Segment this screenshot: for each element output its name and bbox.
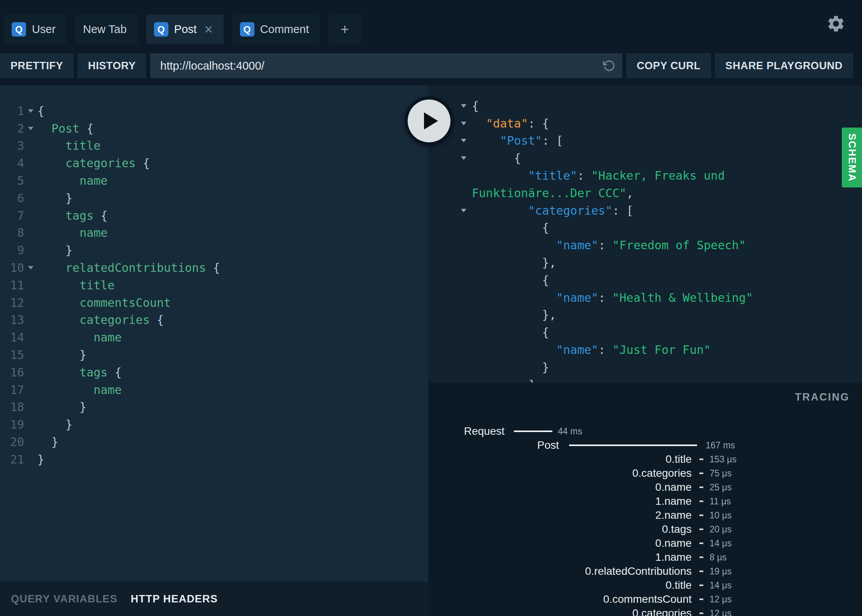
query-icon: Q	[240, 22, 254, 37]
query-code: }	[37, 348, 86, 362]
query-line[interactable]: 17 name	[0, 381, 428, 399]
fold-column[interactable]	[428, 209, 472, 212]
tab-new-tab[interactable]: New Tab	[75, 15, 137, 44]
trace-duration: 12 μs	[710, 594, 732, 605]
query-line[interactable]: 3 title	[0, 137, 428, 155]
response-line: {	[428, 149, 862, 167]
query-line[interactable]: 9 }	[0, 242, 428, 259]
fold-down-icon[interactable]	[461, 104, 466, 108]
query-line[interactable]: 10 relatedContributions {	[0, 259, 428, 276]
line-number: 10	[0, 261, 24, 275]
query-icon: Q	[12, 22, 26, 37]
query-line[interactable]: 16 tags {	[0, 364, 428, 381]
trace-field-row: 0.name25 μs	[428, 480, 862, 494]
line-number: 11	[0, 278, 24, 292]
query-line[interactable]: 1{	[0, 102, 428, 120]
fold-down-icon[interactable]	[461, 122, 466, 125]
query-editor-pane[interactable]: 1{2 Post {3 title4 categories {5 name6 }…	[0, 86, 428, 582]
response-code: "Post": [	[472, 134, 563, 147]
fold-column[interactable]	[24, 127, 37, 130]
endpoint-input[interactable]	[150, 53, 622, 78]
execute-button[interactable]	[405, 96, 454, 145]
response-line: {	[428, 324, 862, 341]
query-line[interactable]: 14 name	[0, 329, 428, 346]
response-code: {	[472, 151, 521, 165]
response-code: "title": "Hacker, Freaks und	[472, 169, 725, 182]
tracing-panel: TRACING Request44 msPost167 ms0.title153…	[428, 383, 862, 616]
new-tab-button[interactable]: +	[328, 15, 361, 44]
response-code: "name": "Freedom of Speech"	[472, 238, 746, 252]
trace-duration: 11 μs	[710, 496, 731, 507]
close-tab-icon[interactable]: ×	[205, 23, 213, 37]
response-viewer: { "data": { "Post": [ { "title": "Hacker…	[428, 86, 862, 383]
tab-user[interactable]: QUser	[4, 15, 67, 44]
query-line[interactable]: 5 name	[0, 172, 428, 189]
query-line[interactable]: 13 categories {	[0, 312, 428, 329]
http-headers-tab[interactable]: HTTP HEADERS	[131, 593, 218, 605]
share-playground-button[interactable]: SHARE PLAYGROUND	[715, 53, 853, 78]
query-line[interactable]: 6 }	[0, 189, 428, 207]
query-line[interactable]: 8 name	[0, 224, 428, 242]
response-code: {	[472, 273, 549, 287]
fold-down-icon[interactable]	[28, 127, 33, 130]
fold-down-icon[interactable]	[461, 139, 466, 142]
trace-field-row: 0.categories75 μs	[428, 466, 862, 480]
query-code: tags {	[37, 209, 108, 222]
endpoint-bar	[150, 53, 622, 78]
line-number: 17	[0, 383, 24, 397]
response-line: {	[428, 219, 862, 237]
trace-field-path: 0.title	[428, 579, 692, 592]
fold-column[interactable]	[428, 156, 472, 160]
fold-column[interactable]	[24, 266, 37, 270]
trace-label: Post	[428, 439, 559, 452]
query-code: }	[37, 243, 72, 257]
query-variables-tab[interactable]: QUERY VARIABLES	[11, 593, 117, 605]
history-button[interactable]: HISTORY	[77, 53, 146, 78]
trace-duration: 14 μs	[710, 538, 732, 549]
response-line: "categories": [	[428, 202, 862, 219]
schema-tab[interactable]: SCHEMA	[842, 128, 862, 187]
prettify-button[interactable]: PRETTIFY	[0, 53, 74, 78]
trace-field-path: 0.categories	[428, 467, 692, 480]
query-line[interactable]: 21}	[0, 451, 428, 468]
trace-field-row: 1.name8 μs	[428, 550, 862, 564]
copy-curl-button[interactable]: COPY CURL	[626, 53, 711, 78]
fold-column[interactable]	[24, 109, 37, 113]
trace-bar	[514, 430, 552, 432]
response-code: }	[472, 360, 549, 374]
fold-down-icon[interactable]	[28, 109, 33, 113]
line-number: 21	[0, 453, 24, 466]
query-code: name	[37, 226, 108, 240]
trace-field-path: 1.name	[428, 495, 692, 508]
tab-post[interactable]: QPost×	[146, 15, 224, 44]
trace-label: Request	[428, 425, 505, 438]
line-number: 5	[0, 174, 24, 187]
settings-button[interactable]	[826, 14, 846, 33]
reload-icon[interactable]	[603, 60, 615, 72]
query-line[interactable]: 19 }	[0, 416, 428, 433]
line-number: 20	[0, 435, 24, 449]
query-line[interactable]: 18 }	[0, 399, 428, 416]
query-line[interactable]: 2 Post {	[0, 120, 428, 137]
tab-label: User	[32, 23, 56, 36]
trace-field-row: 0.commentsCount12 μs	[428, 592, 862, 606]
trace-tick	[699, 486, 703, 488]
fold-down-icon[interactable]	[461, 156, 466, 160]
query-code: }	[37, 191, 72, 205]
query-line[interactable]: 20 }	[0, 433, 428, 451]
query-line[interactable]: 4 categories {	[0, 154, 428, 172]
tracing-rows: Request44 msPost167 ms0.title153 μs0.cat…	[428, 424, 862, 616]
line-number: 13	[0, 313, 24, 327]
fold-down-icon[interactable]	[461, 209, 466, 212]
trace-duration: 20 μs	[710, 524, 732, 535]
trace-field-row: 0.relatedContributions19 μs	[428, 564, 862, 578]
query-line[interactable]: 15 }	[0, 346, 428, 364]
tab-comment[interactable]: QComment	[232, 15, 320, 44]
fold-down-icon[interactable]	[28, 266, 33, 270]
query-line[interactable]: 11 title	[0, 276, 428, 294]
query-code: }	[37, 418, 72, 431]
query-line[interactable]: 7 tags {	[0, 207, 428, 224]
query-line[interactable]: 12 commentsCount	[0, 294, 428, 312]
trace-duration: 12 μs	[710, 608, 732, 616]
trace-field-path: 2.name	[428, 509, 692, 522]
